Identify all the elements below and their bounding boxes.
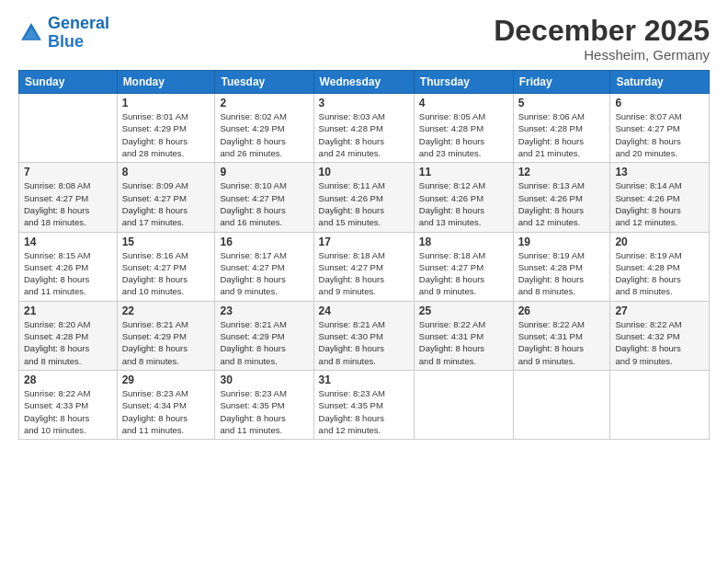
header-sunday: Sunday: [19, 71, 118, 94]
day-number: 8: [122, 166, 210, 178]
day-info: Sunrise: 8:09 AM Sunset: 4:27 PM Dayligh…: [122, 179, 210, 228]
day-info: Sunrise: 8:12 AM Sunset: 4:26 PM Dayligh…: [419, 179, 508, 228]
logo-line2: Blue: [48, 32, 84, 51]
day-info: Sunrise: 8:05 AM Sunset: 4:28 PM Dayligh…: [419, 110, 508, 159]
logo: General Blue: [18, 15, 109, 52]
calendar-cell: 18Sunrise: 8:18 AM Sunset: 4:27 PM Dayli…: [414, 232, 513, 301]
day-info: Sunrise: 8:21 AM Sunset: 4:29 PM Dayligh…: [122, 318, 210, 367]
calendar-cell: 9Sunrise: 8:10 AM Sunset: 4:27 PM Daylig…: [215, 163, 313, 232]
calendar-cell: 14Sunrise: 8:15 AM Sunset: 4:26 PM Dayli…: [19, 232, 118, 301]
day-info: Sunrise: 8:01 AM Sunset: 4:29 PM Dayligh…: [122, 110, 210, 159]
day-number: 16: [220, 236, 308, 248]
day-number: 28: [24, 373, 112, 386]
day-info: Sunrise: 8:22 AM Sunset: 4:31 PM Dayligh…: [518, 318, 606, 367]
day-number: 7: [24, 166, 112, 178]
day-number: 21: [24, 304, 112, 317]
day-number: 3: [319, 97, 409, 109]
day-info: Sunrise: 8:20 AM Sunset: 4:28 PM Dayligh…: [24, 318, 112, 367]
header-wednesday: Wednesday: [313, 71, 414, 94]
day-info: Sunrise: 8:22 AM Sunset: 4:33 PM Dayligh…: [24, 387, 112, 436]
calendar-cell: 10Sunrise: 8:11 AM Sunset: 4:26 PM Dayli…: [313, 163, 414, 232]
day-number: 17: [319, 236, 409, 248]
calendar-cell: 4Sunrise: 8:05 AM Sunset: 4:28 PM Daylig…: [414, 94, 513, 163]
day-info: Sunrise: 8:22 AM Sunset: 4:32 PM Dayligh…: [615, 318, 704, 367]
day-number: 2: [220, 97, 308, 109]
calendar-cell: 11Sunrise: 8:12 AM Sunset: 4:26 PM Dayli…: [414, 163, 513, 232]
calendar-cell: 15Sunrise: 8:16 AM Sunset: 4:27 PM Dayli…: [117, 232, 215, 301]
calendar-cell: 31Sunrise: 8:23 AM Sunset: 4:35 PM Dayli…: [313, 370, 414, 439]
day-number: 25: [419, 304, 508, 317]
day-info: Sunrise: 8:08 AM Sunset: 4:27 PM Dayligh…: [24, 179, 112, 228]
calendar-cell: 29Sunrise: 8:23 AM Sunset: 4:34 PM Dayli…: [117, 370, 215, 439]
calendar-cell: [414, 370, 513, 439]
header-thursday: Thursday: [414, 71, 513, 94]
calendar-week-1: 7Sunrise: 8:08 AM Sunset: 4:27 PM Daylig…: [19, 163, 710, 232]
calendar-cell: 16Sunrise: 8:17 AM Sunset: 4:27 PM Dayli…: [215, 232, 313, 301]
calendar-cell: 22Sunrise: 8:21 AM Sunset: 4:29 PM Dayli…: [117, 301, 215, 370]
calendar-header-row: Sunday Monday Tuesday Wednesday Thursday…: [19, 71, 710, 94]
day-number: 15: [122, 236, 210, 248]
day-number: 18: [419, 236, 508, 248]
day-info: Sunrise: 8:06 AM Sunset: 4:28 PM Dayligh…: [518, 110, 606, 159]
calendar-cell: 25Sunrise: 8:22 AM Sunset: 4:31 PM Dayli…: [414, 301, 513, 370]
day-number: 23: [220, 304, 308, 317]
logo-icon: [18, 20, 44, 46]
day-info: Sunrise: 8:19 AM Sunset: 4:28 PM Dayligh…: [518, 249, 606, 298]
calendar-cell: 12Sunrise: 8:13 AM Sunset: 4:26 PM Dayli…: [513, 163, 610, 232]
calendar-cell: 13Sunrise: 8:14 AM Sunset: 4:26 PM Dayli…: [610, 163, 710, 232]
calendar-table: Sunday Monday Tuesday Wednesday Thursday…: [18, 70, 710, 440]
day-number: 5: [518, 97, 606, 109]
header-tuesday: Tuesday: [215, 71, 313, 94]
calendar-cell: [19, 94, 118, 163]
day-info: Sunrise: 8:14 AM Sunset: 4:26 PM Dayligh…: [615, 179, 704, 228]
calendar-cell: 27Sunrise: 8:22 AM Sunset: 4:32 PM Dayli…: [610, 301, 710, 370]
logo-line1: General: [48, 14, 109, 32]
calendar-week-4: 28Sunrise: 8:22 AM Sunset: 4:33 PM Dayli…: [19, 370, 710, 439]
day-info: Sunrise: 8:11 AM Sunset: 4:26 PM Dayligh…: [319, 179, 409, 228]
calendar-cell: 7Sunrise: 8:08 AM Sunset: 4:27 PM Daylig…: [19, 163, 118, 232]
day-number: 1: [122, 97, 210, 109]
calendar-week-0: 1Sunrise: 8:01 AM Sunset: 4:29 PM Daylig…: [19, 94, 710, 163]
day-number: 27: [615, 304, 704, 317]
day-number: 9: [220, 166, 308, 178]
day-number: 29: [122, 373, 210, 386]
day-info: Sunrise: 8:22 AM Sunset: 4:31 PM Dayligh…: [419, 318, 508, 367]
calendar-cell: 17Sunrise: 8:18 AM Sunset: 4:27 PM Dayli…: [313, 232, 414, 301]
calendar-cell: 1Sunrise: 8:01 AM Sunset: 4:29 PM Daylig…: [117, 94, 215, 163]
day-info: Sunrise: 8:18 AM Sunset: 4:27 PM Dayligh…: [419, 249, 508, 298]
calendar-cell: 8Sunrise: 8:09 AM Sunset: 4:27 PM Daylig…: [117, 163, 215, 232]
calendar-cell: 3Sunrise: 8:03 AM Sunset: 4:28 PM Daylig…: [313, 94, 414, 163]
day-info: Sunrise: 8:23 AM Sunset: 4:35 PM Dayligh…: [220, 387, 308, 436]
calendar-cell: 23Sunrise: 8:21 AM Sunset: 4:29 PM Dayli…: [215, 301, 313, 370]
day-number: 13: [615, 166, 704, 178]
header: General Blue December 2025 Hessheim, Ger…: [18, 15, 710, 63]
calendar-week-3: 21Sunrise: 8:20 AM Sunset: 4:28 PM Dayli…: [19, 301, 710, 370]
page: General Blue December 2025 Hessheim, Ger…: [0, 0, 728, 563]
header-saturday: Saturday: [610, 71, 710, 94]
calendar-week-2: 14Sunrise: 8:15 AM Sunset: 4:26 PM Dayli…: [19, 232, 710, 301]
day-number: 14: [24, 236, 112, 248]
day-info: Sunrise: 8:03 AM Sunset: 4:28 PM Dayligh…: [319, 110, 409, 159]
logo-text: General Blue: [48, 15, 109, 52]
day-info: Sunrise: 8:15 AM Sunset: 4:26 PM Dayligh…: [24, 249, 112, 298]
day-number: 30: [220, 373, 308, 386]
day-number: 31: [319, 373, 409, 386]
day-number: 10: [319, 166, 409, 178]
day-number: 24: [319, 304, 409, 317]
calendar-cell: 20Sunrise: 8:19 AM Sunset: 4:28 PM Dayli…: [610, 232, 710, 301]
day-number: 22: [122, 304, 210, 317]
day-info: Sunrise: 8:23 AM Sunset: 4:35 PM Dayligh…: [319, 387, 409, 436]
calendar-cell: 19Sunrise: 8:19 AM Sunset: 4:28 PM Dayli…: [513, 232, 610, 301]
day-number: 19: [518, 236, 606, 248]
day-info: Sunrise: 8:23 AM Sunset: 4:34 PM Dayligh…: [122, 387, 210, 436]
day-info: Sunrise: 8:17 AM Sunset: 4:27 PM Dayligh…: [220, 249, 308, 298]
calendar-cell: 5Sunrise: 8:06 AM Sunset: 4:28 PM Daylig…: [513, 94, 610, 163]
day-info: Sunrise: 8:02 AM Sunset: 4:29 PM Dayligh…: [220, 110, 308, 159]
calendar-subtitle: Hessheim, Germany: [494, 47, 710, 63]
calendar-cell: 28Sunrise: 8:22 AM Sunset: 4:33 PM Dayli…: [19, 370, 118, 439]
day-number: 12: [518, 166, 606, 178]
calendar-cell: [610, 370, 710, 439]
calendar-cell: 6Sunrise: 8:07 AM Sunset: 4:27 PM Daylig…: [610, 94, 710, 163]
day-info: Sunrise: 8:13 AM Sunset: 4:26 PM Dayligh…: [518, 179, 606, 228]
calendar-cell: 21Sunrise: 8:20 AM Sunset: 4:28 PM Dayli…: [19, 301, 118, 370]
